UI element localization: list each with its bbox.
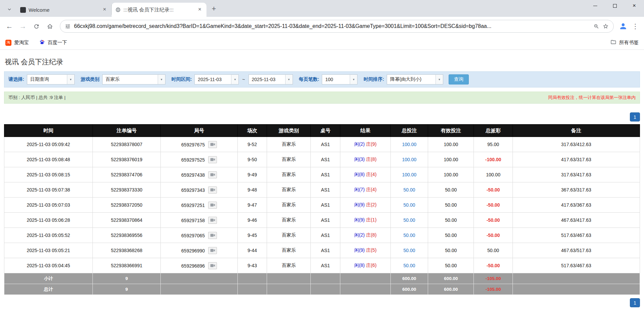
table-row: 2025-11-03 05:05:52 522938369556 6592970… [4,228,640,243]
result-cell: 闲(3) 庄(8) [340,152,390,167]
summary-bar: 币别 : 人民币 | 总共 :9 注单 | 同局有效投注，统一计算在该局第一张注… [4,92,640,104]
home-button[interactable] [44,20,56,32]
round-id: 659297065 [181,233,205,238]
round-cell: 659297065 [161,228,238,243]
chevron-down-icon[interactable]: ▼ [350,75,357,84]
round-id: 659297438 [181,172,205,177]
window-controls: × [585,0,644,11]
refresh-button[interactable] [30,20,42,32]
video-replay-icon[interactable] [208,141,217,148]
col-header-note: 备注 [513,125,640,137]
search-button[interactable]: 查询 [449,74,469,84]
total-bet-link[interactable]: 50.00 [390,258,428,273]
total-bet-link[interactable]: 100.00 [390,152,428,167]
back-button[interactable]: ← [3,20,15,32]
date-start-select[interactable]: 2025-11-03 ▼ [194,74,239,84]
col-header-game: 游戏类别 [267,125,310,137]
table-row: 2025-11-03 05:08:15 522938374706 6592974… [4,167,640,182]
tab-close-icon[interactable]: × [101,6,108,13]
round-cell: 659297251 [161,198,238,213]
payout: -100.00 [474,152,513,167]
tab-betrecord[interactable]: :::视讯 会员下注纪录::: × [112,3,206,17]
bet-time: 2025-11-03 05:06:28 [4,213,93,228]
new-tab-button[interactable]: + [209,3,219,14]
records-tbody: 2025-11-03 05:09:42 522938378007 6592976… [4,137,640,273]
result-banker: 庄(6) [366,263,376,268]
total-bet-link[interactable]: 50.00 [390,213,428,228]
all-bookmarks-button[interactable]: 所有书签 [610,39,639,46]
table-row: 2025-11-03 05:07:03 522938372050 6592972… [4,198,640,213]
balance-note: 317.63/412.63 [513,137,640,152]
round-cell: 659296990 [161,243,238,258]
url-text[interactable]: 66cxkj98.com/game/betrecord_search/kind3… [74,23,590,29]
tab-close-icon[interactable]: × [196,6,203,13]
chevron-down-icon[interactable]: ▼ [285,75,293,84]
minimize-button[interactable] [585,0,605,11]
page-size-select[interactable]: 100 ▼ [322,74,357,84]
balance-note: 417.63/317.63 [513,152,640,167]
video-replay-icon[interactable] [208,171,217,178]
forward-button[interactable]: → [17,20,29,32]
tab-strip: Welcome × :::视讯 会员下注纪录::: × + × [0,0,644,17]
tab-welcome[interactable]: Welcome × [17,5,112,15]
video-replay-icon[interactable] [208,232,217,239]
pagination-bottom: 1 [4,298,640,307]
total-bet-link[interactable]: 50.00 [390,228,428,243]
game-category: 百家乐 [267,258,310,273]
session-number: 9-45 [237,228,267,243]
date-end-select[interactable]: 2025-11-03 ▼ [249,74,293,84]
query-type-select[interactable]: 日期查询 ▼ [27,74,75,84]
payout: -50.00 [474,213,513,228]
pagination-page-1[interactable]: 1 [630,298,640,307]
summary-note: 同局有效投注，统一计算在该局第一张注单内 [548,95,636,101]
chevron-down-icon[interactable]: ▼ [231,75,238,84]
maximize-button[interactable] [605,0,624,11]
total-total-bet: 600.00 [390,284,428,295]
result-player: 闲(2) [354,232,365,238]
bookmark-baidu[interactable]: 百度一下 [39,39,67,46]
col-header-total-bet: 总投注 [390,125,428,137]
address-bar[interactable]: 66cxkj98.com/game/betrecord_search/kind3… [60,20,614,33]
session-number: 9-52 [237,137,267,152]
result-cell: 闲(8) 庄(4) [340,167,390,182]
subtotal-row: 小计 9 600.00 600.00 -105.00 [4,273,640,284]
chevron-down-icon[interactable]: ▼ [158,75,165,84]
subtotal-label: 小计 [4,273,93,284]
close-window-button[interactable]: × [624,0,644,11]
video-replay-icon[interactable] [208,217,217,224]
subtotal-total-bet: 600.00 [390,273,428,284]
video-replay-icon[interactable] [208,202,217,209]
tab-search-button[interactable] [4,4,15,15]
game-category-select[interactable]: 百家乐 ▼ [102,74,165,84]
total-bet-link[interactable]: 50.00 [390,182,428,198]
page-size-label: 每页笔数: [299,76,319,82]
result-cell: 闲(2) 庄(8) [340,228,390,243]
bookmark-star-icon[interactable] [603,23,609,29]
sort-order-select[interactable]: 降幂(由大到小) ▼ [387,74,443,84]
total-bet-link[interactable]: 100.00 [390,167,428,182]
subtotal-count: 9 [92,273,160,284]
profile-avatar[interactable] [618,21,629,32]
table-row: 2025-11-03 05:07:38 522938373330 6592973… [4,182,640,198]
browser-menu-button[interactable]: ⋮ [630,21,641,32]
zoom-icon[interactable] [594,24,599,29]
video-replay-icon[interactable] [208,262,217,269]
pagination-page-1[interactable]: 1 [630,112,640,121]
site-settings-icon[interactable] [65,24,71,29]
result-banker: 庄(5) [366,247,376,253]
total-bet-link[interactable]: 100.00 [390,137,428,152]
result-banker: 庄(8) [366,232,376,238]
chevron-down-icon[interactable]: ▼ [435,75,443,84]
video-replay-icon[interactable] [208,247,217,254]
balance-note: 367.63/317.63 [513,182,640,198]
total-bet-link[interactable]: 50.00 [390,198,428,213]
bookmark-aitaobao[interactable]: 淘 爱淘宝 [5,39,29,46]
table-row: 2025-11-03 05:09:42 522938378007 6592976… [4,137,640,152]
total-bet-link[interactable]: 50.00 [390,243,428,258]
video-replay-icon[interactable] [208,186,217,194]
chevron-down-icon[interactable]: ▼ [67,75,74,84]
video-replay-icon[interactable] [208,156,217,163]
game-category-label: 游戏类别 [81,76,100,82]
taobao-icon: 淘 [5,40,11,46]
total-payout: -105.00 [474,284,513,295]
